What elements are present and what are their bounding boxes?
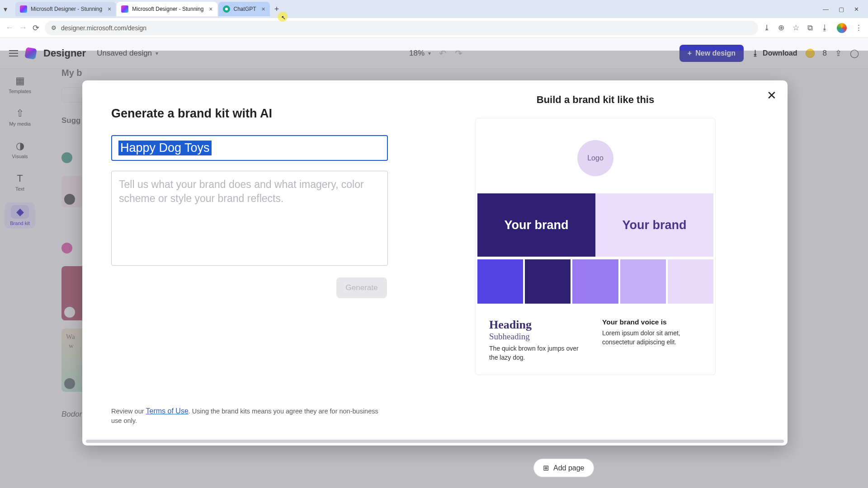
- typography-heading: Heading: [489, 318, 584, 332]
- downloads-icon[interactable]: ⭳: [821, 23, 829, 33]
- close-icon[interactable]: ×: [262, 5, 265, 13]
- designer-favicon-icon: [20, 5, 27, 13]
- add-page-label: Add page: [553, 464, 585, 472]
- chevron-down-icon[interactable]: ▾: [4, 5, 12, 13]
- brand-tile-light: Your brand: [595, 193, 713, 257]
- close-window-icon[interactable]: ✕: [854, 6, 859, 13]
- modal-form: Generate a brand kit with AI Happy Dog T…: [98, 94, 387, 432]
- generate-label: Generate: [346, 283, 378, 292]
- typography-body: The quick brown fox jumps over the lazy …: [489, 344, 584, 362]
- minimize-icon[interactable]: —: [823, 6, 829, 13]
- add-page-button[interactable]: ⊞ Add page: [533, 459, 594, 477]
- browser-tab[interactable]: ChatGPT ×: [218, 2, 270, 16]
- bookmark-icon[interactable]: ☆: [793, 23, 799, 33]
- tab-title: Microsoft Designer - Stunning: [132, 6, 203, 12]
- brand-name-input[interactable]: Happy Dog Toys: [111, 135, 388, 161]
- forward-icon[interactable]: →: [19, 23, 27, 33]
- chatgpt-favicon-icon: [223, 5, 230, 13]
- reload-icon[interactable]: ⟳: [33, 23, 39, 33]
- zoom-icon[interactable]: ⊕: [778, 23, 784, 33]
- brand-description-placeholder: Tell us what your brand does and what im…: [119, 178, 380, 206]
- new-tab-button[interactable]: +: [274, 5, 279, 14]
- brand-tile-dark: Your brand: [477, 193, 595, 257]
- browser-tab[interactable]: Microsoft Designer - Stunning ×: [15, 2, 116, 16]
- close-icon[interactable]: ×: [108, 5, 111, 13]
- tab-title: ChatGPT: [234, 6, 256, 12]
- brand-description-input[interactable]: Tell us what your brand does and what im…: [111, 171, 388, 266]
- window-controls: — ▢ ✕: [823, 6, 864, 13]
- url-text: designer.microsoft.com/design: [61, 24, 146, 32]
- brand-tile-label: Your brand: [504, 218, 568, 232]
- preview-title: Build a brand kit like this: [419, 94, 772, 106]
- brand-kit-modal: ✕ Generate a brand kit with AI Happy Dog…: [82, 80, 788, 446]
- brand-tile-label: Your brand: [622, 218, 686, 232]
- kebab-menu-icon[interactable]: ⋮: [855, 23, 863, 33]
- tab-title: Microsoft Designer - Stunning: [31, 6, 102, 12]
- designer-favicon-icon: [121, 5, 128, 13]
- brandkit-preview-card: Logo Your brand Your brand Heading Subhe…: [476, 118, 715, 375]
- cursor-icon: ↖: [281, 14, 286, 21]
- maximize-icon[interactable]: ▢: [839, 6, 844, 13]
- palette-swatch: [668, 259, 713, 304]
- terms-pre: Review our: [111, 408, 146, 415]
- site-info-icon[interactable]: ⚙: [51, 24, 57, 31]
- palette-swatch: [525, 259, 571, 304]
- logo-placeholder: Logo: [577, 140, 613, 176]
- browser-toolbar: ← → ⟳ ⚙ designer.microsoft.com/design ⤓ …: [0, 18, 868, 38]
- terms-link[interactable]: Terms of Use: [146, 407, 189, 415]
- modal-preview: Build a brand kit like this Logo Your br…: [387, 94, 772, 432]
- voice-label: Your brand voice is: [602, 318, 667, 326]
- palette-swatch: [620, 259, 666, 304]
- typography-subheading: Subheading: [489, 332, 584, 342]
- modal-title: Generate a brand kit with AI: [111, 107, 387, 121]
- palette-swatch: [572, 259, 618, 304]
- back-icon[interactable]: ←: [5, 23, 14, 33]
- generate-button[interactable]: Generate: [336, 277, 387, 298]
- browser-tabstrip: ▾ Microsoft Designer - Stunning × Micros…: [0, 0, 868, 18]
- plus-square-icon: ⊞: [543, 464, 549, 472]
- color-palette: [477, 259, 713, 304]
- voice-body: Lorem ipsum dolor sit amet, consectetur …: [602, 329, 697, 347]
- brand-name-value: Happy Dog Toys: [118, 141, 212, 155]
- terms-text: Review our Terms of Use. Using the brand…: [111, 406, 387, 426]
- palette-swatch: [477, 259, 523, 304]
- browser-tab[interactable]: Microsoft Designer - Stunning ×: [117, 2, 217, 16]
- close-icon[interactable]: ×: [209, 5, 212, 13]
- install-app-icon[interactable]: ⤓: [764, 23, 770, 33]
- extensions-icon[interactable]: ⧉: [807, 23, 813, 33]
- logo-label: Logo: [587, 154, 604, 162]
- profile-avatar-icon[interactable]: [837, 23, 847, 33]
- address-bar[interactable]: ⚙ designer.microsoft.com/design: [45, 21, 758, 35]
